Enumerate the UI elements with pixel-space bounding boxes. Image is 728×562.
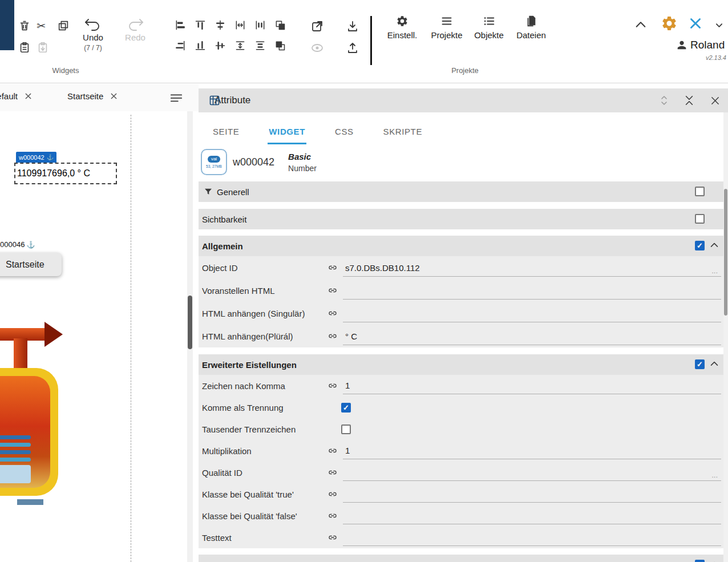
tab-startseite[interactable]: Startseite	[67, 91, 117, 101]
field-value: 1	[345, 446, 350, 455]
section-erweitert[interactable]: Erweiterte Eistellungen	[199, 354, 723, 375]
menu-dateien[interactable]: Dateien	[509, 15, 553, 40]
row-qualitaet-id: Qualität ID ...	[199, 462, 723, 483]
align-top-icon[interactable]	[195, 19, 206, 31]
object-id-field[interactable]: s7.0.DBs.DB10.112 ...	[343, 259, 721, 277]
download-icon[interactable]	[346, 19, 359, 33]
distribute-vertical-icon[interactable]	[234, 40, 246, 51]
section-generell[interactable]: Generell	[199, 181, 723, 202]
link-icon[interactable]	[328, 468, 338, 477]
upload-icon[interactable]	[346, 41, 359, 55]
zeichen-nach-komma-field[interactable]: 1	[343, 377, 721, 394]
section-allgemein[interactable]: Allgemein	[199, 236, 723, 256]
align-left-icon[interactable]	[175, 19, 186, 31]
guide-line	[131, 115, 131, 562]
row-label: Zeichen nach Komma	[202, 381, 328, 391]
menu-einstellungen[interactable]: Einstell.	[380, 15, 424, 40]
tab-skripte[interactable]: SKRIPTE	[382, 127, 423, 144]
user-name[interactable]: Roland	[690, 39, 725, 51]
link-icon[interactable]	[328, 309, 338, 318]
tausender-trennzeichen-checkbox[interactable]	[341, 424, 351, 434]
distribute-horizontal-icon[interactable]	[234, 19, 246, 31]
voranstellen-html-field[interactable]	[343, 282, 721, 300]
settings-gear-icon[interactable]	[661, 15, 678, 32]
align-center-horizontal-icon[interactable]	[215, 19, 226, 31]
link-icon[interactable]	[328, 286, 338, 295]
section-partial-checkbox[interactable]	[695, 560, 705, 562]
tab-startseite-label: Startseite	[67, 91, 103, 101]
panel-scroll-spinner-icon[interactable]	[660, 95, 668, 106]
redo-label: Redo	[118, 33, 153, 42]
link-icon[interactable]	[328, 381, 338, 390]
tab-close-icon[interactable]	[25, 93, 31, 99]
selected-number-widget[interactable]: 1109917696,0 ° C	[14, 163, 117, 184]
design-canvas[interactable]: w000042 ⚓ 1109917696,0 ° C 000046 ⚓ Star…	[0, 111, 188, 562]
startseite-button[interactable]: Startseite	[0, 253, 62, 276]
section-partial[interactable]: 900 Allgemein	[199, 555, 723, 562]
section-generell-checkbox[interactable]	[695, 187, 705, 196]
canvas-scrollbar-handle[interactable]	[188, 296, 192, 349]
align-center-vertical-icon[interactable]	[215, 40, 226, 51]
menu-projekte[interactable]: Projekte	[424, 15, 469, 40]
canvas-scrollbar[interactable]	[187, 111, 193, 562]
klasse-qualitaet-true-field[interactable]	[343, 485, 721, 503]
tabbar-menu-icon[interactable]	[170, 92, 183, 103]
chevron-down-icon[interactable]	[715, 23, 723, 29]
close-session-icon[interactable]	[688, 16, 703, 31]
copy-icon[interactable]	[57, 19, 70, 32]
undo-label[interactable]: Undo	[74, 33, 112, 42]
panel-scrollbar[interactable]	[723, 112, 728, 562]
attribute-panel-header: Attribute	[199, 88, 728, 112]
multiplikation-field[interactable]: 1	[343, 442, 721, 459]
section-allgemein-checkbox[interactable]	[695, 241, 705, 250]
link-icon[interactable]	[328, 331, 338, 341]
html-anhaengen-singular-field[interactable]	[343, 305, 721, 322]
bring-forward-icon[interactable]	[274, 19, 286, 31]
spacing-horizontal-icon[interactable]	[254, 19, 266, 31]
tab-widget[interactable]: WIDGET	[268, 127, 306, 144]
more-button[interactable]: ...	[711, 471, 718, 479]
komme-als-trennung-checkbox[interactable]	[341, 403, 351, 413]
tab-default[interactable]: default	[0, 91, 31, 101]
section-sichtbarkeit[interactable]: Sichtbarkeit	[199, 209, 723, 229]
html-anhaengen-plural-field[interactable]: ° C	[343, 328, 721, 345]
section-erweitert-checkbox[interactable]	[695, 359, 705, 369]
panel-scrollbar-handle[interactable]	[724, 189, 727, 316]
anchor-icon: ⚓	[26, 241, 35, 249]
klasse-qualitaet-false-field[interactable]	[343, 507, 721, 524]
link-icon[interactable]	[328, 263, 338, 272]
testtext-field[interactable]	[343, 528, 721, 546]
attribute-panel: Attribute SEITE WIDGET CSS SKRIPTE val 5…	[199, 88, 728, 562]
open-external-icon[interactable]	[310, 19, 324, 33]
tab-close-icon[interactable]	[111, 93, 117, 99]
row-html-anhaengen-singular: HTML anhängen (Singulär)	[199, 302, 723, 325]
tab-seite[interactable]: SEITE	[212, 127, 240, 144]
qualitaet-id-field[interactable]: ...	[343, 463, 721, 481]
menu-einstellungen-label: Einstell.	[387, 30, 418, 40]
partial-widget-label[interactable]: 000046 ⚓	[0, 240, 35, 249]
clipboard-icon[interactable]	[18, 41, 31, 54]
align-right-icon[interactable]	[175, 40, 186, 51]
collapse-panel-icon[interactable]	[684, 94, 694, 107]
link-icon[interactable]	[328, 490, 338, 499]
spacing-vertical-icon[interactable]	[254, 40, 266, 51]
tab-css[interactable]: CSS	[334, 127, 355, 144]
delete-icon[interactable]	[18, 19, 31, 32]
selected-widget-label[interactable]: w000042 ⚓	[16, 152, 56, 163]
cut-icon[interactable]: ✂	[37, 21, 46, 31]
collapse-toolbar-icon[interactable]	[634, 19, 647, 30]
align-bottom-icon[interactable]	[195, 40, 206, 51]
link-icon[interactable]	[328, 533, 338, 542]
chevron-up-icon[interactable]	[710, 242, 718, 248]
chevron-up-icon[interactable]	[710, 361, 718, 366]
row-testtext: Testtext	[199, 527, 723, 548]
link-icon[interactable]	[328, 446, 338, 455]
close-panel-icon[interactable]	[710, 96, 720, 106]
section-sichtbarkeit-checkbox[interactable]	[695, 214, 705, 224]
send-backward-icon[interactable]	[274, 40, 286, 51]
list-icon	[483, 15, 495, 27]
link-icon[interactable]	[328, 511, 338, 520]
more-button[interactable]: ...	[711, 266, 718, 275]
menu-objekte[interactable]: Objekte	[467, 15, 511, 40]
undo-icon[interactable]	[83, 17, 102, 31]
